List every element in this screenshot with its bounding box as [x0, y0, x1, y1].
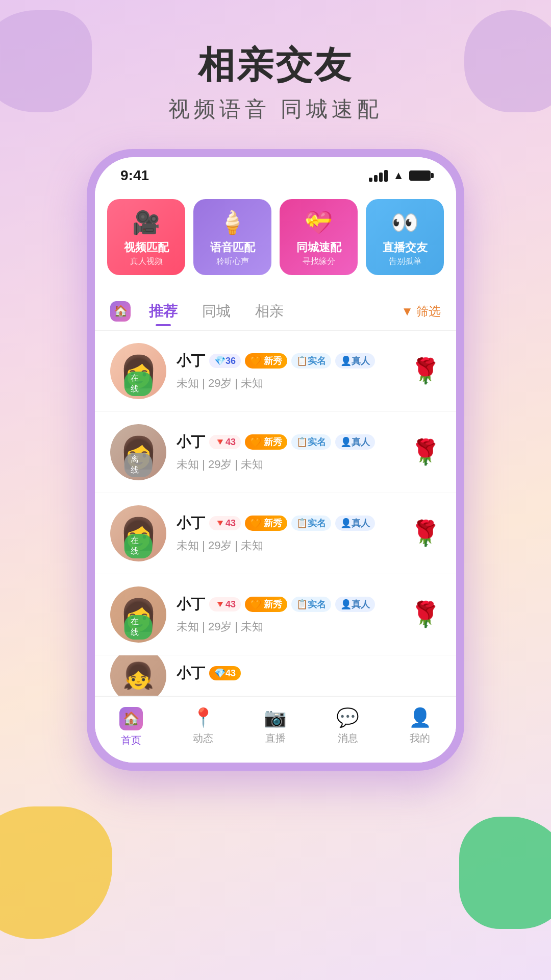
badge-realuser-3: 👤真人	[335, 597, 375, 612]
signal-bars-icon	[369, 170, 388, 182]
wifi-icon: ▲	[393, 169, 404, 182]
user-name-row-1: 小丁 🔻43 🧡 新秀 📋实名 👤真人	[177, 432, 400, 452]
filter-label: 筛选	[416, 303, 441, 320]
user-info-3: 小丁 🔻43 🧡 新秀 📋实名 👤真人 未知 | 29岁 | 未知	[166, 595, 410, 634]
badge-newbie-1: 🧡 新秀	[245, 434, 287, 450]
feature-title-local: 同城速配	[296, 240, 341, 255]
user-item-4[interactable]: 👧 小丁 💎43	[95, 655, 456, 696]
feature-card-live[interactable]: 👀 直播交友 告别孤单	[366, 199, 444, 275]
header-title: 相亲交友	[0, 41, 551, 90]
badge-newbie-2: 🧡 新秀	[245, 516, 287, 531]
nav-item-消息[interactable]: 💬 消息	[312, 707, 384, 747]
nav-label-3: 消息	[338, 731, 358, 745]
app-content: 🎥 视频匹配 真人视频 🍦 语音匹配 聆听心声 💝 同城速配 寻找缘分 👀 直播…	[95, 189, 456, 763]
badge-realname-3: 📋实名	[291, 597, 331, 612]
nav-icon-4: 👤	[409, 707, 432, 728]
user-name-3: 小丁	[177, 595, 205, 614]
feature-sub-video: 真人视频	[130, 256, 163, 267]
feature-icon-voice: 🍦	[218, 209, 246, 236]
tabs-home-icon: 🏠	[110, 301, 131, 322]
status-dot-2: 在线	[124, 534, 153, 558]
user-name-row-4: 小丁 💎43	[177, 664, 431, 683]
feature-card-local[interactable]: 💝 同城速配 寻找缘分	[280, 199, 358, 275]
badge-realname-1: 📋实名	[291, 434, 331, 450]
user-info-2: 小丁 🔻43 🧡 新秀 📋实名 👤真人 未知 | 29岁 | 未知	[166, 513, 410, 553]
nav-item-我的[interactable]: 👤 我的	[384, 707, 456, 747]
tab-local[interactable]: 同城	[190, 298, 243, 325]
tabs-row: 🏠 推荐 同城 相亲 ▼ 筛选	[95, 287, 456, 331]
phone-wrapper: 9:41 ▲ 🎥 视频匹配 真人视频 🍦	[0, 149, 551, 771]
user-list: 👩 在线 小丁 💎36 🧡 新秀 📋实名 👤真人 未知 | 29岁 | 未知 🌹…	[95, 331, 456, 696]
user-name-row-2: 小丁 🔻43 🧡 新秀 📋实名 👤真人	[177, 513, 400, 533]
bottom-nav: 🏠 首页 📍 动态 📷 直播 💬 消息 👤 我的	[95, 696, 456, 763]
filter-icon: ▼	[401, 304, 413, 318]
status-time: 9:41	[120, 167, 149, 184]
status-dot-1: 离线	[124, 453, 153, 477]
nav-item-动态[interactable]: 📍 动态	[167, 707, 240, 747]
nav-icon-2: 📷	[264, 707, 287, 728]
nav-icon-3: 💬	[336, 707, 359, 728]
user-name-1: 小丁	[177, 432, 205, 452]
feature-card-video[interactable]: 🎥 视频匹配 真人视频	[107, 199, 185, 275]
nav-label-2: 直播	[265, 731, 286, 745]
badge-diamond-4: 💎43	[209, 666, 241, 680]
user-item-0[interactable]: 👩 在线 小丁 💎36 🧡 新秀 📋实名 👤真人 未知 | 29岁 | 未知 🌹	[95, 331, 456, 412]
nav-home-icon: 🏠	[119, 707, 143, 730]
avatar-wrap-2: 👩 在线	[110, 505, 166, 561]
feature-title-video: 视频匹配	[124, 240, 169, 255]
feature-title-live: 直播交友	[383, 240, 428, 255]
badge-newbie-0: 🧡 新秀	[245, 353, 287, 369]
battery-icon	[409, 170, 431, 181]
user-meta-3: 未知 | 29岁 | 未知	[177, 619, 400, 634]
phone-inner: 9:41 ▲ 🎥 视频匹配 真人视频 🍦	[95, 157, 456, 763]
feature-icon-video: 🎥	[132, 209, 160, 236]
rose-button-3[interactable]: 🌹	[410, 600, 441, 629]
tab-matchmaking[interactable]: 相亲	[243, 298, 296, 325]
filter-button[interactable]: ▼ 筛选	[401, 303, 441, 320]
nav-label-0: 首页	[121, 733, 141, 747]
nav-item-直播[interactable]: 📷 直播	[239, 707, 312, 747]
nav-label-1: 动态	[193, 731, 213, 745]
user-item-2[interactable]: 👩 在线 小丁 🔻43 🧡 新秀 📋实名 👤真人 未知 | 29岁 | 未知 🌹	[95, 493, 456, 574]
user-info-4: 小丁 💎43	[166, 664, 441, 688]
user-meta-2: 未知 | 29岁 | 未知	[177, 538, 400, 553]
user-info-1: 小丁 🔻43 🧡 新秀 📋实名 👤真人 未知 | 29岁 | 未知	[166, 432, 410, 472]
header-area: 相亲交友 视频语音 同城速配	[0, 0, 551, 144]
feature-sub-live: 告别孤单	[389, 256, 421, 267]
badge-realname-2: 📋实名	[291, 516, 331, 531]
bg-blob-bottom-right	[459, 817, 551, 929]
nav-item-首页[interactable]: 🏠 首页	[95, 707, 167, 747]
feature-title-voice: 语音匹配	[210, 240, 255, 255]
avatar-4: 👧	[110, 655, 166, 696]
header-subtitle: 视频语音 同城速配	[0, 95, 551, 124]
tab-recommended[interactable]: 推荐	[137, 298, 190, 325]
user-name-row-0: 小丁 💎36 🧡 新秀 📋实名 👤真人	[177, 351, 400, 371]
badge-realuser-2: 👤真人	[335, 516, 375, 531]
status-icons: ▲	[369, 169, 431, 182]
user-item-1[interactable]: 👩 离线 小丁 🔻43 🧡 新秀 📋实名 👤真人 未知 | 29岁 | 未知 🌹	[95, 412, 456, 493]
feature-card-voice[interactable]: 🍦 语音匹配 聆听心声	[193, 199, 271, 275]
user-info-0: 小丁 💎36 🧡 新秀 📋实名 👤真人 未知 | 29岁 | 未知	[166, 351, 410, 391]
user-meta-0: 未知 | 29岁 | 未知	[177, 376, 400, 391]
badge-level-2: 🔻43	[209, 516, 241, 530]
status-dot-3: 在线	[124, 615, 153, 640]
user-item-3[interactable]: 👩 在线 小丁 🔻43 🧡 新秀 📋实名 👤真人 未知 | 29岁 | 未知 🌹	[95, 574, 456, 655]
badge-level-1: 🔻43	[209, 435, 241, 449]
status-dot-0: 在线	[124, 372, 153, 396]
badge-level-3: 🔻43	[209, 597, 241, 611]
bg-blob-bottom-left	[0, 806, 112, 939]
rose-button-2[interactable]: 🌹	[410, 519, 441, 548]
avatar-wrap-1: 👩 离线	[110, 424, 166, 480]
feature-sub-local: 寻找缘分	[303, 256, 335, 267]
user-name-row-3: 小丁 🔻43 🧡 新秀 📋实名 👤真人	[177, 595, 400, 614]
status-bar: 9:41 ▲	[95, 157, 456, 189]
badge-realname-0: 📋实名	[291, 353, 331, 369]
user-name-2: 小丁	[177, 513, 205, 533]
rose-button-0[interactable]: 🌹	[410, 357, 441, 385]
feature-icon-live: 👀	[391, 209, 419, 236]
feature-icon-local: 💝	[305, 209, 333, 236]
feature-sub-voice: 聆听心声	[216, 256, 249, 267]
rose-button-1[interactable]: 🌹	[410, 438, 441, 467]
badge-level-0: 💎36	[209, 354, 241, 368]
nav-icon-1: 📍	[192, 707, 215, 728]
